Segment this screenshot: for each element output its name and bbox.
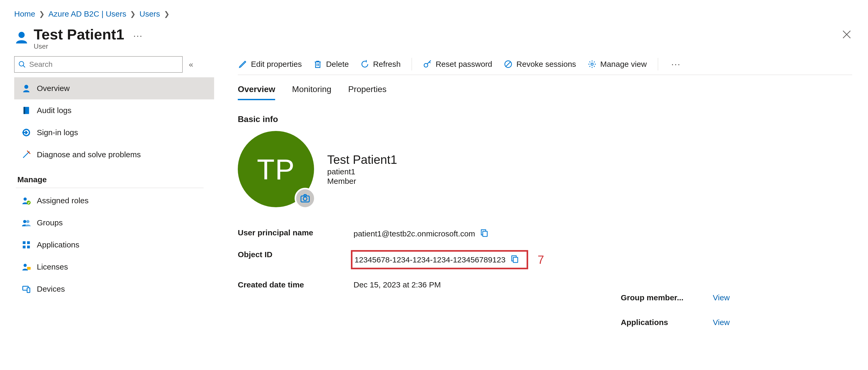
- copy-icon: [510, 254, 519, 263]
- created-value: Dec 15, 2023 at 2:36 PM: [353, 280, 852, 289]
- reset-password-button[interactable]: Reset password: [423, 59, 493, 70]
- sidebar-item-label: Applications: [37, 240, 80, 249]
- svg-rect-14: [27, 267, 31, 270]
- key-icon: [423, 60, 432, 69]
- sidebar-item-label: Groups: [37, 218, 63, 227]
- page-subtitle: User: [34, 42, 124, 51]
- devices-icon: [22, 284, 31, 294]
- avatar: TP: [238, 131, 314, 207]
- annotation-number: 7: [538, 253, 544, 267]
- breadcrumb-b2c-users[interactable]: Azure AD B2C | Users: [49, 9, 126, 19]
- toolbar-label: Reset password: [436, 60, 492, 69]
- refresh-icon: [360, 60, 369, 69]
- sidebar-item-devices[interactable]: Devices: [14, 278, 214, 300]
- svg-point-19: [591, 63, 593, 65]
- sidebar-item-audit-logs[interactable]: Audit logs: [14, 99, 214, 122]
- upn-value-row: patient1@testb2c.onmicrosoft.com: [353, 228, 852, 239]
- breadcrumb-users[interactable]: Users: [140, 9, 160, 19]
- svg-rect-16: [27, 288, 30, 293]
- upn-value: patient1@testb2c.onmicrosoft.com: [353, 229, 475, 238]
- edit-properties-button[interactable]: Edit properties: [238, 59, 302, 70]
- revoke-sessions-button[interactable]: Revoke sessions: [503, 59, 577, 70]
- display-name: Test Patient1: [327, 153, 397, 167]
- svg-rect-23: [513, 257, 518, 263]
- delete-button[interactable]: Delete: [313, 59, 349, 70]
- tab-overview[interactable]: Overview: [238, 81, 275, 100]
- group-memberships-label: Group member...: [621, 293, 708, 302]
- gear-icon: [588, 60, 596, 69]
- separator: [658, 58, 658, 70]
- sidebar-item-assigned-roles[interactable]: Assigned roles: [14, 190, 214, 212]
- user-icon: [22, 84, 31, 93]
- sidebar-item-label: Overview: [37, 84, 70, 93]
- more-button[interactable]: ···: [133, 30, 143, 41]
- view-group-memberships-link[interactable]: View: [713, 293, 730, 302]
- sidebar-item-groups[interactable]: Groups: [14, 212, 214, 234]
- created-label: Created date time: [238, 280, 353, 289]
- sidebar-item-label: Audit logs: [37, 106, 71, 115]
- breadcrumb: Home ❯ Azure AD B2C | Users ❯ Users ❯: [0, 0, 868, 21]
- toolbar: Edit properties Delete Refresh Reset pas…: [238, 53, 852, 75]
- object-id-value: 12345678-1234-1234-1234-123456789123: [354, 255, 505, 264]
- sidebar-item-label: Devices: [37, 284, 65, 294]
- license-icon: [22, 262, 31, 272]
- book-icon: [22, 106, 31, 115]
- sidebar-item-label: Licenses: [37, 263, 68, 271]
- summary-panel: Group member... View Applications View: [621, 293, 730, 327]
- search-input[interactable]: [29, 60, 179, 69]
- svg-rect-11: [23, 246, 26, 248]
- svg-point-8: [26, 220, 29, 223]
- toolbar-label: Edit properties: [251, 60, 302, 69]
- sidebar-item-label: Assigned roles: [37, 196, 89, 205]
- svg-rect-22: [483, 231, 487, 237]
- page-header: Test Patient1 User ···: [0, 21, 868, 53]
- svg-point-13: [24, 264, 27, 267]
- breadcrumb-home[interactable]: Home: [14, 9, 35, 19]
- toolbar-label: Delete: [326, 60, 349, 69]
- user-type: Member: [327, 177, 397, 186]
- tab-properties[interactable]: Properties: [348, 81, 386, 100]
- manage-view-button[interactable]: Manage view: [587, 59, 647, 70]
- camera-icon: [300, 193, 311, 204]
- sidebar-item-overview[interactable]: Overview: [14, 77, 214, 99]
- svg-rect-12: [27, 246, 30, 248]
- main-content: Edit properties Delete Refresh Reset pas…: [214, 53, 868, 300]
- applications-label: Applications: [621, 318, 708, 327]
- object-id-label: Object ID: [238, 250, 353, 259]
- identity-block: Test Patient1 patient1 Member: [327, 153, 397, 186]
- search-box[interactable]: [14, 56, 183, 72]
- sidebar-item-applications[interactable]: Applications: [14, 234, 214, 256]
- username: patient1: [327, 167, 397, 176]
- toolbar-label: Refresh: [373, 60, 401, 69]
- svg-point-2: [25, 85, 28, 89]
- groups-icon: [22, 218, 31, 227]
- sidebar-item-label: Diagnose and solve problems: [37, 150, 141, 159]
- sidebar-item-signin-logs[interactable]: Sign-in logs: [14, 122, 214, 144]
- close-button[interactable]: [841, 29, 852, 42]
- svg-point-7: [23, 220, 26, 223]
- section-basic-info: Basic info: [238, 114, 852, 124]
- trash-icon: [313, 60, 322, 69]
- user-icon: [14, 30, 29, 47]
- sidebar: « Overview Audit logs Sign-in logs Diagn…: [14, 53, 214, 300]
- tab-monitoring[interactable]: Monitoring: [292, 81, 331, 100]
- sidebar-item-label: Sign-in logs: [37, 128, 78, 137]
- upn-label: User principal name: [238, 228, 353, 237]
- sidebar-item-licenses[interactable]: Licenses: [14, 256, 214, 278]
- view-applications-link[interactable]: View: [713, 318, 730, 327]
- svg-point-6: [27, 201, 31, 205]
- tabs: Overview Monitoring Properties: [238, 81, 852, 100]
- copy-object-id-button[interactable]: [510, 254, 519, 265]
- sidebar-section-manage: Manage: [16, 168, 204, 188]
- refresh-button[interactable]: Refresh: [360, 59, 401, 70]
- toolbar-label: Manage view: [600, 60, 647, 69]
- apps-icon: [22, 240, 31, 250]
- svg-rect-4: [24, 107, 25, 114]
- sidebar-item-diagnose[interactable]: Diagnose and solve problems: [14, 144, 214, 166]
- toolbar-more-button[interactable]: ···: [669, 59, 683, 70]
- block-icon: [504, 60, 513, 69]
- copy-upn-button[interactable]: [480, 228, 489, 239]
- edit-photo-button[interactable]: [294, 188, 316, 209]
- collapse-sidebar-button[interactable]: «: [189, 60, 193, 69]
- chevron-right-icon: ❯: [39, 10, 45, 18]
